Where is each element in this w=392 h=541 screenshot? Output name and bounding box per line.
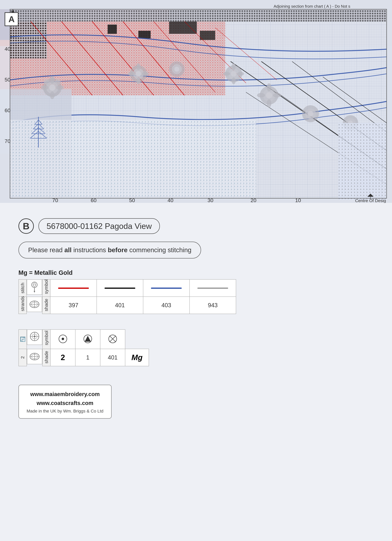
shade-t2-1: 1 <box>75 349 100 366</box>
stitch-icon-cell <box>27 279 42 295</box>
instructions-box: Please read all instructions before comm… <box>18 242 201 259</box>
svg-text:40: 40 <box>167 197 173 203</box>
color-blue <box>143 279 189 297</box>
chart-section: p s o <box>0 0 392 203</box>
section-b-circle: B <box>18 218 34 234</box>
footer-box: www.maiaembroidery.com www.coatscrafts.c… <box>18 385 112 419</box>
shade-t2-mg: Mg <box>125 349 149 366</box>
symbol-dot-cell <box>50 329 75 349</box>
section-a-label: A <box>5 12 18 26</box>
svg-text:40: 40 <box>5 46 10 52</box>
stitch-table-1: stitch symbol <box>18 279 236 314</box>
gray-line <box>197 288 228 289</box>
svg-rect-84 <box>10 9 387 198</box>
svg-text:Centre Of Desig: Centre Of Desig <box>355 198 386 203</box>
stitch-label-2: 🔄 <box>19 331 26 348</box>
stitch-table-2: 🔄 symbol <box>18 329 149 366</box>
chart-canvas: p s o <box>0 0 392 203</box>
black-line <box>105 288 135 289</box>
symbol-label-2: symbol <box>42 331 50 348</box>
svg-text:30: 30 <box>208 197 213 203</box>
shade-397: 397 <box>50 297 97 314</box>
symbol-cross-cell <box>100 329 125 349</box>
made-in: Made in the UK by Wm. Briggs & Co Ltd <box>26 409 104 414</box>
url1: www.maiaembroidery.com <box>26 390 104 399</box>
url2: www.coatscrafts.com <box>26 399 104 408</box>
thread-icon-cell-2 <box>27 349 42 364</box>
section-b-title-area: B 5678000-01162 Pagoda View <box>18 218 374 234</box>
svg-text:50: 50 <box>129 197 135 203</box>
shade-header-2: shade <box>42 349 50 366</box>
stitch-label: stitch <box>19 280 26 297</box>
symbol-triangle-cell <box>75 329 100 349</box>
svg-text:60: 60 <box>91 197 97 203</box>
svg-text:70: 70 <box>52 197 58 203</box>
red-line <box>58 288 89 289</box>
shade-header: shade <box>42 297 50 314</box>
svg-marker-116 <box>85 336 91 342</box>
strands-label-2: 2 <box>19 349 26 366</box>
color-red <box>50 279 97 297</box>
strands-label: strands <box>19 297 26 314</box>
svg-point-114 <box>62 338 64 340</box>
svg-text:Adjoining section from chart (: Adjoining section from chart ( A ) - Do … <box>274 4 350 9</box>
blue-line <box>151 288 182 289</box>
strand-count-display: 2 <box>50 349 75 366</box>
color-black <box>97 279 143 297</box>
color-gray <box>189 279 236 297</box>
shade-t2-401: 401 <box>100 349 125 366</box>
stitch-icon-cell-2 <box>27 329 42 345</box>
svg-text:50: 50 <box>5 77 10 83</box>
svg-text:20: 20 <box>251 197 256 203</box>
metallic-gold-label: Mg = Metallic Gold <box>18 269 374 276</box>
product-title: 5678000-01162 Pagoda View <box>38 218 160 234</box>
shade-401: 401 <box>97 297 143 314</box>
svg-text:70: 70 <box>5 138 10 144</box>
thread-icon-cell <box>27 297 42 312</box>
symbol-label: symbol <box>42 280 50 297</box>
content-section: B 5678000-01162 Pagoda View Please read … <box>0 203 392 541</box>
shade-943: 943 <box>189 297 236 314</box>
svg-text:60: 60 <box>5 107 10 113</box>
shade-403: 403 <box>143 297 189 314</box>
svg-text:10: 10 <box>295 197 301 203</box>
